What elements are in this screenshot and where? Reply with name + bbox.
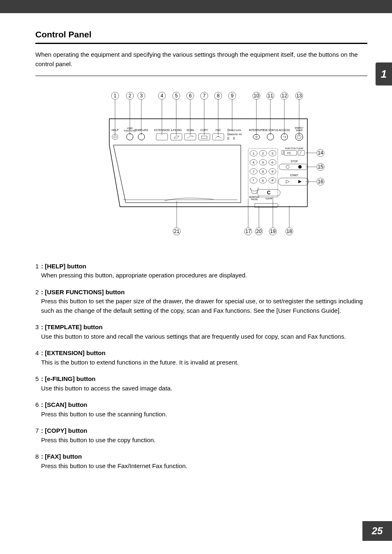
label-start: START (290, 174, 299, 177)
svg-rect-75 (298, 150, 304, 155)
svg-point-77 (298, 165, 302, 169)
intro-text: When operating the equipment and specify… (35, 50, 367, 69)
callout-top-3: 4 (161, 93, 164, 99)
svg-text:9: 9 (272, 170, 274, 173)
label-energy2: SAVER (296, 129, 303, 132)
label-monitor2: PAUSE (251, 198, 258, 201)
callout-top-7: 8 (217, 93, 220, 99)
svg-text:20: 20 (256, 229, 262, 234)
callout-top-10: 11 (267, 93, 273, 99)
svg-rect-40 (233, 137, 235, 139)
label-interrupt: INTERRUPT (249, 129, 264, 132)
section-title: Control Panel (35, 30, 367, 39)
label-fc: FUNCTION CLEAR (285, 147, 303, 150)
top-bar (0, 0, 392, 13)
list-item: 7: [COPY] button Press this button to us… (35, 426, 367, 445)
label-help: HELP (112, 129, 119, 132)
control-panel-diagram: 1 2 3 4 5 6 7 8 9 10 11 12 13 HELP USER … (74, 88, 329, 244)
callout-top-6: 7 (203, 93, 206, 99)
svg-text:5: 5 (262, 161, 264, 164)
callout-top-2: 3 (140, 93, 143, 99)
svg-rect-37 (228, 129, 229, 131)
svg-rect-39 (228, 137, 229, 139)
label-efiling: e-FILING (171, 129, 182, 132)
svg-point-76 (286, 165, 289, 169)
svg-text:18: 18 (286, 229, 292, 234)
svg-text:0: 0 (262, 179, 264, 182)
svg-text:19: 19 (270, 229, 276, 234)
label-copy: COPY (201, 129, 208, 132)
svg-rect-72 (282, 150, 284, 155)
svg-text:3: 3 (272, 152, 274, 155)
svg-text:14: 14 (318, 150, 323, 156)
svg-text:17: 17 (245, 229, 251, 234)
chapter-tab: 1 (376, 62, 392, 85)
svg-text:2: 2 (262, 152, 264, 155)
svg-text:15: 15 (318, 164, 323, 170)
label-access: ACCESS (279, 129, 290, 132)
svg-rect-34 (201, 136, 207, 138)
list-item: 1: [HELP] button When pressing this butt… (35, 262, 367, 280)
keypad: 1 2 3 4 5 6 7 8 9 * 0 # (250, 150, 276, 183)
svg-point-27 (114, 136, 116, 138)
label-template: TEMPLATE (134, 129, 148, 132)
label-jobstatus: JOB STATUS (262, 129, 279, 132)
callout-top-0: 1 (114, 93, 117, 99)
label-printdata: PRINT DATA (229, 129, 242, 132)
callout-top-8: 9 (231, 93, 234, 99)
svg-text:7: 7 (253, 170, 255, 173)
svg-text:FC: FC (287, 152, 291, 155)
item-list: 1: [HELP] button When pressing this butt… (35, 262, 367, 471)
list-item: 6: [SCAN] button Press this button to us… (35, 400, 367, 419)
list-item: 5: [e-FILING] button Use this button to … (35, 374, 367, 393)
svg-rect-38 (228, 133, 229, 135)
svg-text:1: 1 (253, 152, 255, 155)
callouts-right: 14 15 16 (306, 149, 324, 185)
list-item: 2: [USER FUNCTIONS] button Press this bu… (35, 288, 367, 316)
svg-point-36 (218, 136, 219, 137)
label-extension: EXTENSION (154, 129, 170, 132)
list-item: 8: [FAX] button Press this button to use… (35, 452, 367, 471)
label-fax: FAX (216, 129, 221, 132)
divider-thick (35, 43, 367, 44)
label-memoryrx: MEMORY RX (229, 133, 242, 136)
svg-text:#: # (271, 178, 273, 182)
list-item: 3: [TEMPLATE] button Use this button to … (35, 323, 367, 341)
callout-top-11: 12 (281, 93, 287, 99)
callout-top-4: 5 (175, 93, 178, 99)
callout-top-5: 6 (189, 93, 192, 99)
diagram: 1 2 3 4 5 6 7 8 9 10 11 12 13 HELP USER … (35, 88, 367, 244)
svg-text:4: 4 (253, 161, 255, 164)
page-content: Control Panel When operating the equipme… (0, 13, 392, 486)
label-stop: STOP (291, 160, 298, 163)
lcd-screen (113, 145, 241, 203)
list-item: 4: [EXTENSION] button This is the button… (35, 349, 367, 367)
callout-top-1: 2 (129, 93, 131, 99)
label-c: C (267, 190, 271, 196)
svg-text:16: 16 (318, 179, 323, 185)
svg-text:21: 21 (174, 229, 180, 234)
svg-text:6: 6 (272, 161, 274, 164)
label-clear: CLEAR (265, 197, 272, 200)
label-scan: SCAN (187, 129, 194, 132)
divider-thin (35, 76, 367, 76)
svg-text:8: 8 (262, 170, 264, 173)
callout-top-12: 13 (296, 93, 302, 99)
svg-text:*: * (253, 178, 254, 182)
callout-top-9: 10 (254, 93, 259, 99)
